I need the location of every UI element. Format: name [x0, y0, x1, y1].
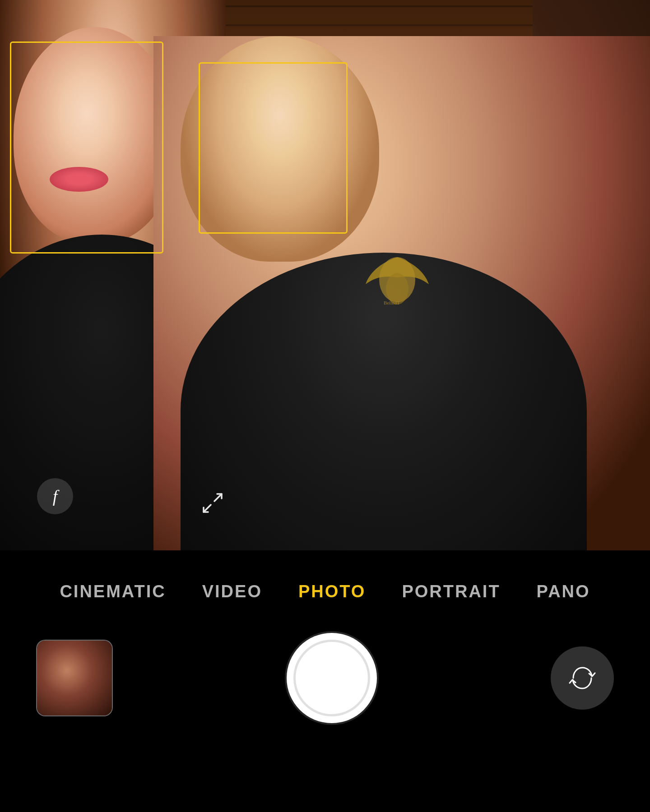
camera-viewfinder: BelindT f: [0, 0, 650, 555]
mode-photo[interactable]: PHOTO: [298, 582, 366, 601]
thumbnail-image: [37, 641, 112, 715]
focus-symbol: f: [53, 486, 58, 506]
mode-pano[interactable]: PANO: [537, 582, 590, 601]
svg-line-3: [214, 494, 222, 501]
last-photo-thumbnail[interactable]: [36, 640, 113, 716]
compress-icon[interactable]: [201, 491, 224, 517]
shirt-eagle-graphic: BelindT: [361, 248, 433, 307]
viewfinder-bottom-bar: [0, 550, 650, 555]
person2-face: [181, 36, 379, 262]
mode-portrait[interactable]: PORTRAIT: [402, 582, 500, 601]
shutter-inner-ring: [293, 640, 370, 716]
person1-lips: [50, 167, 108, 192]
shutter-button[interactable]: [287, 633, 377, 723]
flip-camera-icon: [566, 662, 598, 694]
focus-indicator[interactable]: f: [37, 478, 73, 514]
flip-camera-button[interactable]: [551, 646, 614, 710]
bottom-safe-area: [0, 723, 650, 750]
camera-controls: CINEMATIC VIDEO PHOTO PORTRAIT PANO: [0, 555, 650, 812]
mode-video[interactable]: VIDEO: [202, 582, 262, 601]
mode-cinematic[interactable]: CINEMATIC: [60, 582, 166, 601]
shutter-row: [0, 624, 650, 723]
person1-face: [14, 27, 176, 244]
mode-selector: CINEMATIC VIDEO PHOTO PORTRAIT PANO: [0, 555, 650, 615]
svg-text:BelindT: BelindT: [384, 300, 400, 305]
svg-line-4: [204, 505, 211, 512]
